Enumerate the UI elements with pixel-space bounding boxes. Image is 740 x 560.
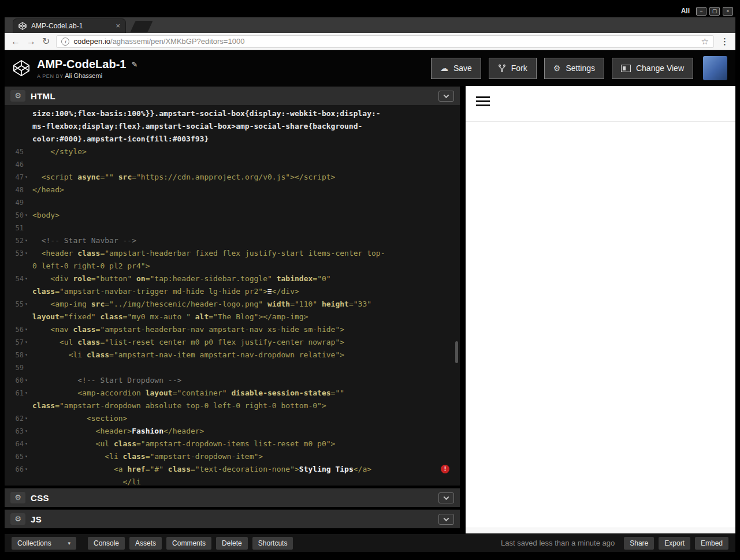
code-line[interactable]: 62▾ <section>	[5, 412, 460, 425]
html-code-editor[interactable]: size:100%;flex-basis:100%}}.ampstart-soc…	[5, 105, 460, 486]
code-line[interactable]: class="ampstart-dropdown absolute top-0 …	[5, 400, 460, 412]
fold-arrow-icon[interactable]: ▾	[25, 272, 29, 285]
url-host: codepen.io	[73, 37, 110, 46]
code-line[interactable]: 49	[5, 196, 460, 209]
edit-title-pencil-icon[interactable]: ✎	[131, 60, 137, 69]
code-line[interactable]: class="ampstart-navbar-trigger md-hide l…	[5, 285, 460, 298]
browser-tab[interactable]: AMP-CodeLab-1 ×	[13, 18, 126, 33]
code-line[interactable]: 61▾ <amp-accordion layout="container" di…	[5, 387, 460, 400]
code-line[interactable]: ms-flexbox;display:flex}.ampstart-social…	[5, 120, 460, 133]
line-gutter	[5, 311, 32, 323]
forward-icon[interactable]: →	[27, 37, 36, 46]
bookmark-star-icon[interactable]: ☆	[701, 36, 709, 47]
html-collapse-button[interactable]	[438, 91, 454, 102]
back-icon[interactable]: ←	[11, 37, 20, 46]
css-panel-header[interactable]: ⚙ CSS	[5, 488, 460, 507]
console-button[interactable]: Console	[88, 537, 125, 550]
editor-scrollbar[interactable]	[455, 341, 458, 363]
code-line[interactable]: 66▾ <a href="#" class="text-decoration-n…	[5, 463, 460, 476]
header-actions: ☁ Save Fork ⚙ Settings Change View	[431, 56, 727, 80]
pen-author-link[interactable]: Ali Ghassemi	[65, 72, 102, 79]
save-status-text: Last saved less than a minute ago	[501, 539, 615, 547]
save-button[interactable]: ☁ Save	[431, 58, 481, 79]
code-line[interactable]: 64▾ <ul class="ampstart-dropdown-items l…	[5, 438, 460, 450]
code-line[interactable]: 59	[5, 361, 460, 374]
fold-arrow-icon[interactable]: ▾	[25, 463, 29, 476]
fold-arrow-icon[interactable]: ▾	[25, 425, 29, 438]
save-button-label: Save	[453, 64, 472, 73]
code-line[interactable]: 45 </style>	[5, 145, 460, 158]
code-line[interactable]: color:#000}.ampstart-icon{fill:#003f93}	[5, 133, 460, 145]
fold-arrow-icon[interactable]: ▾	[25, 234, 29, 247]
lint-error-icon[interactable]: !	[441, 465, 449, 473]
js-panel-header[interactable]: ⚙ JS	[5, 509, 460, 528]
collections-dropdown[interactable]: Collections ▾	[12, 537, 76, 550]
shortcuts-button[interactable]: Shortcuts	[252, 537, 293, 550]
code-line[interactable]: 57▾ <ul class="list-reset center m0 p0 f…	[5, 336, 460, 349]
fold-arrow-icon[interactable]: ▾	[25, 450, 29, 463]
code-line[interactable]: 0 left-0 right-0 pl2 pr4">	[5, 260, 460, 272]
embed-button[interactable]: Embed	[695, 537, 728, 550]
code-line[interactable]: 65▾ <li class="ampstart-dropdown-item">	[5, 450, 460, 463]
code-line[interactable]: 54▾ <div role="button" on="tap:header-si…	[5, 272, 460, 285]
codepen-header: AMP-CodeLab-1 ✎ A PEN BY Ali Ghassemi ☁ …	[5, 50, 735, 86]
fold-arrow-icon[interactable]: ▾	[25, 349, 29, 361]
fold-arrow-icon[interactable]: ▾	[25, 438, 29, 450]
assets-button[interactable]: Assets	[129, 537, 162, 550]
fork-button[interactable]: Fork	[489, 58, 537, 79]
maximize-icon[interactable]: ▢	[709, 7, 720, 16]
code-line[interactable]: 51	[5, 222, 460, 234]
code-line[interactable]: 47▾ <script async="" src="https://cdn.am…	[5, 171, 460, 184]
export-button[interactable]: Export	[659, 537, 690, 550]
code-line[interactable]: 53▾ <header class="ampstart-headerbar fi…	[5, 247, 460, 260]
hamburger-menu-icon[interactable]	[476, 96, 490, 109]
code-line[interactable]: 60▾ <!-- Start Dropdown -->	[5, 374, 460, 387]
js-panel-gear-icon[interactable]: ⚙	[10, 513, 25, 525]
fold-arrow-icon[interactable]: ▾	[25, 374, 29, 387]
html-panel-gear-icon[interactable]: ⚙	[10, 90, 25, 102]
css-panel-gear-icon[interactable]: ⚙	[10, 492, 25, 503]
fold-arrow-icon[interactable]: ▾	[25, 247, 29, 260]
code-line[interactable]: </li	[5, 476, 460, 486]
code-line[interactable]: 63▾ <header>Fashion</header>	[5, 425, 460, 438]
code-line[interactable]: 50▾<body>	[5, 209, 460, 222]
fold-arrow-icon[interactable]: ▾	[25, 387, 29, 400]
settings-button[interactable]: ⚙ Settings	[544, 58, 604, 79]
code-line[interactable]: 48</head>	[5, 184, 460, 196]
comments-button[interactable]: Comments	[166, 537, 211, 550]
fold-arrow-icon[interactable]: ▾	[25, 412, 29, 425]
url-omnibox[interactable]: i codepen.io/aghassemi/pen/XMKbGP?editor…	[56, 35, 714, 48]
change-view-button[interactable]: Change View	[612, 58, 693, 79]
pen-meta: AMP-CodeLab-1 ✎ A PEN BY Ali Ghassemi	[37, 58, 137, 79]
css-collapse-button[interactable]	[438, 492, 454, 503]
close-icon[interactable]: ×	[723, 7, 733, 16]
reload-icon[interactable]: ↻	[42, 37, 50, 46]
code-line[interactable]: 58▾ <li class="ampstart-nav-item ampstar…	[5, 349, 460, 361]
delete-button[interactable]: Delete	[216, 537, 248, 550]
minimize-icon[interactable]: −	[696, 7, 706, 16]
info-icon[interactable]: i	[61, 38, 69, 46]
code-line[interactable]: 56▾ <nav class="ampstart-headerbar-nav a…	[5, 323, 460, 336]
js-collapse-button[interactable]	[438, 514, 454, 525]
fork-button-label: Fork	[511, 64, 527, 73]
fold-arrow-icon[interactable]: ▾	[25, 171, 29, 184]
line-gutter	[5, 476, 32, 486]
new-tab-button[interactable]	[130, 21, 153, 32]
preview-pane	[466, 86, 735, 533]
code-line[interactable]: layout="fixed" class="my0 mx-auto " alt=…	[5, 311, 460, 323]
code-line[interactable]: size:100%;flex-basis:100%}}.ampstart-soc…	[5, 107, 460, 120]
line-gutter: 48	[5, 184, 32, 196]
browser-menu-icon[interactable]: ⋮	[720, 36, 729, 47]
code-line[interactable]: 52▾ <!-- Start Navbar -->	[5, 234, 460, 247]
fold-arrow-icon[interactable]: ▾	[25, 298, 29, 311]
url-text: codepen.io/aghassemi/pen/XMKbGP?editors=…	[73, 37, 244, 46]
fold-arrow-icon[interactable]: ▾	[25, 336, 29, 349]
html-panel-header[interactable]: ⚙ HTML	[5, 86, 460, 105]
tab-close-icon[interactable]: ×	[116, 23, 120, 29]
fold-arrow-icon[interactable]: ▾	[25, 209, 29, 222]
fold-arrow-icon[interactable]: ▾	[25, 323, 29, 336]
share-button[interactable]: Share	[624, 537, 654, 550]
user-avatar[interactable]	[703, 56, 727, 80]
code-line[interactable]: 46	[5, 158, 460, 171]
code-line[interactable]: 55▾ <amp-img src="../img/thescenic/heade…	[5, 298, 460, 311]
